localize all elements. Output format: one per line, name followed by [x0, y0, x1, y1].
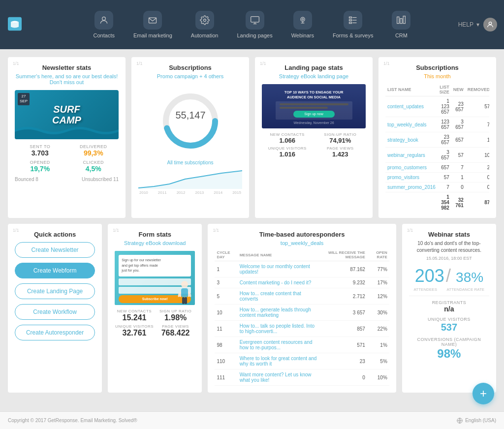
table-row[interactable]: content_updates 1 123 657 23 657 57 [385, 96, 489, 117]
form-stats-title: Form stats [115, 231, 195, 238]
svg-rect-23 [181, 288, 188, 297]
sparkline-chart: 2010 2011 2012 2013 2014 2015 [138, 169, 242, 189]
table-row[interactable]: promo_customers 657 7 2 [385, 163, 489, 173]
landing-image-date: Wednesday, November 26 [293, 121, 334, 124]
svg-point-8 [302, 19, 303, 20]
webinar-stats-card: 1/1 Webinar stats 10 do's and dont's of … [402, 224, 496, 393]
svg-rect-24 [182, 297, 185, 304]
create-landing-button[interactable]: Create Landing Page [15, 283, 95, 299]
svg-rect-13 [349, 22, 352, 23]
subscriptions-table-title: Subscriptions [385, 64, 489, 71]
table-row: 11 How to... talk so people listed. Into… [215, 321, 389, 337]
webinar-conversions: CONVERSIONS (CAMPAIGN NAME) 98% [409, 337, 489, 361]
nav-crm-label: CRM [395, 32, 408, 38]
form-description: Sign up for our newsletter and get top o… [119, 255, 191, 276]
autoresponders-subtitle: top_weekly_deals [215, 240, 389, 246]
newsletter-image: 27SEP SURFCAMP [15, 90, 119, 139]
svg-rect-11 [349, 20, 352, 21]
nav-webinars[interactable]: Webinars [284, 7, 321, 42]
table-row: 110 Where to look for great content and … [215, 353, 389, 369]
table-row: 5 How to... create content that converts… [215, 288, 389, 305]
subscriptions-donut-subtitle: Promo campaign + 4 others [138, 73, 242, 79]
nav-email[interactable]: Email marketing [126, 7, 179, 42]
contacts-icon-box [94, 11, 113, 30]
create-workflow-button[interactable]: Create Workflow [15, 304, 95, 320]
svg-rect-2 [149, 18, 157, 23]
nav-automation-label: Automation [191, 32, 219, 38]
page-footer: Copyright © 2017 GetResponse. Email Mark… [0, 411, 504, 429]
form-page-views: PAGE VIEWS 768.422 [156, 324, 195, 337]
webinar-attendees: 203 [415, 266, 444, 286]
gear-icon [200, 15, 210, 25]
top-card-grid: 1/1 Newsletter stats Summer's here, and … [8, 57, 496, 218]
create-newsletter-button[interactable]: Create Newsletter [15, 242, 95, 258]
autoresponders-title: Time-based autoresponders [215, 231, 389, 238]
form-unique-visitors: UNIQUE VISITORS 32.761 [115, 324, 154, 337]
table-row: 111 Want more content? Let us know what … [215, 369, 389, 386]
nav-landing[interactable]: Landing pages [230, 7, 279, 42]
newsletter-bottom-stats: Bounced 8 Unsubscribed 11 [15, 177, 119, 182]
globe-icon [456, 417, 463, 424]
opened-stat: OPENED 19,7% [15, 160, 65, 173]
webinar-attendance-rate: 38% [456, 270, 483, 285]
webinar-extra-stats: REGISTRANTS n/a UNIQUE VISITORS 537 CONV… [409, 296, 489, 361]
user-avatar[interactable] [483, 18, 497, 31]
svg-rect-25 [185, 297, 187, 304]
svg-rect-16 [400, 19, 402, 24]
svg-rect-9 [349, 17, 352, 18]
surf-camp-text: SURFCAMP [52, 104, 81, 125]
donut-container: 55,147 [138, 84, 242, 158]
forms-icon-box [344, 11, 362, 30]
webinar-description: 10 do's and dont's of the top-converting… [409, 240, 489, 254]
create-autoresponder-button[interactable]: Create Autoresponder [15, 325, 95, 340]
form-character [177, 280, 192, 305]
newsletter-date: 27SEP [18, 93, 30, 105]
form-new-contacts: NEW CONTACTS 15.241 [115, 309, 154, 322]
nav-email-label: Email marketing [133, 32, 172, 38]
table-row: 98 Evergreen content resources and how t… [215, 337, 389, 353]
table-row[interactable]: webinar_regulars 3 657 57 10 [385, 148, 489, 163]
landing-new-contacts: NEW CONTACTS 1.066 [262, 132, 313, 144]
nav-forms[interactable]: Forms & surveys [326, 7, 380, 42]
table-row[interactable]: promo_visitors 57 1 0 [385, 173, 489, 183]
landing-stats-card: 1/1 Landing page stats Strategy eBook la… [255, 57, 373, 218]
landing-icon-box [246, 11, 264, 30]
email-icon [148, 15, 158, 25]
crm-icon-box [392, 11, 410, 30]
webinars-icon-box [293, 11, 312, 30]
nav-automation[interactable]: Automation [184, 7, 225, 42]
create-webform-button[interactable]: Create Webform [15, 263, 95, 278]
help-button[interactable]: HELP ▾ [458, 21, 479, 28]
table-row[interactable]: summer_promo_2016 7 0 0 [385, 183, 489, 192]
newsletter-stats-subtitle: Summer's here, and so are our best deals… [15, 73, 119, 85]
monitor-icon [250, 15, 260, 25]
subscriptions-donut-card: 1/1 Subscriptions Promo campaign + 4 oth… [131, 57, 249, 218]
fab-add-button[interactable]: + [472, 383, 494, 404]
landing-signup-ratio: SIGN-UP RATIO 74,91% [315, 132, 366, 144]
subscriptions-data-table: LIST NAME LIST SIZE NEW REMOVED content_… [385, 83, 489, 211]
automation-icon-box [195, 11, 214, 30]
svg-point-1 [102, 17, 106, 20]
clicked-stat: CLICKED 4,5% [68, 160, 119, 173]
table-row[interactable]: top_weekly_deals 123 657 3 657 7 [385, 117, 489, 132]
nav-contacts[interactable]: Contacts [87, 7, 122, 42]
footer-language[interactable]: English (USA) [456, 417, 496, 424]
svg-rect-4 [251, 17, 259, 23]
landing-page-image: TOP 10 WAYS TO ENGAGE YOURAUDIENCE ON SO… [262, 84, 366, 128]
app-logo[interactable] [8, 17, 22, 32]
nav-items: Contacts Email marketing Automation Land… [87, 7, 418, 42]
form-stats-grid: NEW CONTACTS 15.241 SIGN UP RATIO 1.98% … [115, 309, 195, 337]
svg-rect-17 [404, 16, 406, 24]
quick-actions-card: 1/1 Quick actions Create NewsletterCreat… [8, 224, 102, 393]
svg-text:55,147: 55,147 [175, 110, 205, 121]
webinar-stats-title: Webinar stats [409, 231, 489, 238]
nav-crm[interactable]: CRM [385, 7, 417, 42]
landing-unique-visitors: UNIQUE VISITORS 1.016 [262, 146, 313, 158]
donut-chart: 55,147 [158, 89, 222, 153]
nav-forms-label: Forms & surveys [333, 32, 374, 38]
donut-label: All time subscriptions [138, 160, 242, 165]
table-row[interactable]: strategy_book 23 657 657 1 [385, 132, 489, 148]
autoresponders-card: 1/1 Time-based autoresponders top_weekly… [208, 224, 396, 393]
webinar-date: 15.05.2016, 18:00 EST [409, 256, 489, 261]
webcam-icon [298, 15, 308, 25]
